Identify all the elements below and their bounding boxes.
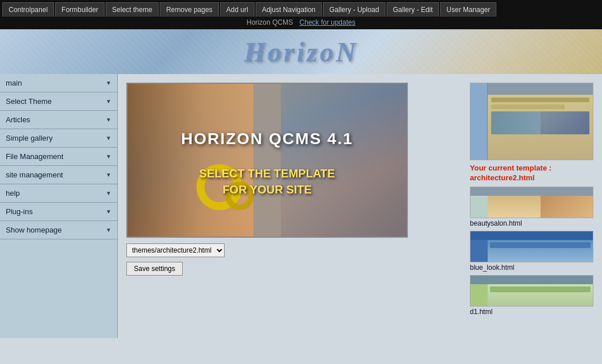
nav-adjust-navigation[interactable]: Adjust Navigation xyxy=(256,2,322,17)
preview-content-area xyxy=(488,83,593,160)
nav-gallery-upload[interactable]: Gallery - Upload xyxy=(323,2,385,17)
preview-inner: HORIZON QCMS 4.1 SELECT THE TEMPLATEFOR … xyxy=(128,84,407,237)
nav-controlpanel[interactable]: Controlpanel xyxy=(2,2,54,17)
preview-header xyxy=(488,83,593,95)
chevron-down-icon: ▼ xyxy=(106,190,111,196)
sidebar-item-articles[interactable]: Articles ▼ xyxy=(0,111,117,129)
theme-thumb-d1[interactable] xyxy=(470,275,593,307)
sidebar-item-label: File Management xyxy=(6,152,63,161)
save-settings-button[interactable]: Save settings xyxy=(126,262,183,276)
cms-title: Horizon QCMS xyxy=(246,18,293,26)
sub-bar: Horizon QCMS Check for updates xyxy=(0,17,602,29)
sidebar-item-file-management[interactable]: File Management ▼ xyxy=(0,148,117,166)
sidebar-item-site-management[interactable]: site management ▼ xyxy=(0,166,117,184)
content-area: HORIZON QCMS 4.1 SELECT THE TEMPLATEFOR … xyxy=(118,74,602,338)
chevron-down-icon: ▼ xyxy=(106,98,111,104)
nav-remove-pages[interactable]: Remove pages xyxy=(160,2,219,17)
nav-select-theme[interactable]: Select theme xyxy=(106,2,159,17)
sidebar-item-plugins[interactable]: Plug-ins ▼ xyxy=(0,203,117,221)
chevron-down-icon: ▼ xyxy=(106,80,111,86)
preview-text1: HORIZON QCMS 4.1 xyxy=(128,130,407,148)
preview-sidebar xyxy=(470,83,488,160)
check-updates-link[interactable]: Check for updates xyxy=(299,18,355,26)
sidebar-item-simple-gallery[interactable]: Simple gallery ▼ xyxy=(0,129,117,148)
sidebar: main ▼ Select Theme ▼ Articles ▼ Simple … xyxy=(0,74,118,338)
sidebar-item-help[interactable]: help ▼ xyxy=(0,184,117,203)
sidebar-item-main[interactable]: main ▼ xyxy=(0,74,117,92)
chevron-down-icon: ▼ xyxy=(106,117,111,123)
banner: HorizoN xyxy=(0,29,602,74)
right-panel: Your current template : architecture2.ht… xyxy=(470,83,593,330)
nav-user-manager[interactable]: User Manager xyxy=(440,2,496,17)
theme-thumb-bluelook[interactable] xyxy=(470,231,593,262)
chevron-down-icon: ▼ xyxy=(106,208,111,215)
top-navigation: Controlpanel Formbuilder Select theme Re… xyxy=(0,0,602,17)
sidebar-item-label: Plug-ins xyxy=(6,207,33,216)
sidebar-item-label: Select Theme xyxy=(6,97,52,106)
theme-name-bluelook: blue_look.html xyxy=(470,264,593,272)
current-template-preview xyxy=(470,83,593,160)
sidebar-item-select-theme[interactable]: Select Theme ▼ xyxy=(0,92,117,111)
theme-name-beautysalon: beautysalon.html xyxy=(470,219,593,227)
preview-text2: SELECT THE TEMPLATEFOR YOUR SITE xyxy=(128,165,407,198)
sidebar-item-show-homepage[interactable]: Show homepage ▼ xyxy=(0,221,117,239)
nav-gallery-edit[interactable]: Gallery - Edit xyxy=(387,2,439,17)
theme-preview: HORIZON QCMS 4.1 SELECT THE TEMPLATEFOR … xyxy=(126,83,408,238)
sidebar-item-label: Show homepage xyxy=(6,226,62,234)
chevron-down-icon: ▼ xyxy=(106,227,111,233)
current-template-label: Your current template : architecture2.ht… xyxy=(470,164,593,183)
theme-name-d1: d1.html xyxy=(470,308,593,316)
theme-select-row: themes/architecture2.html themes/beautys… xyxy=(126,243,461,257)
chevron-down-icon: ▼ xyxy=(106,172,111,178)
sidebar-item-label: Simple gallery xyxy=(6,134,53,142)
thumbnail-image xyxy=(470,231,593,262)
thumbnail-image xyxy=(470,276,593,306)
thumbnail-image xyxy=(470,187,593,218)
chevron-down-icon: ▼ xyxy=(106,135,111,141)
sidebar-item-label: site management xyxy=(6,171,63,179)
sidebar-item-label: help xyxy=(6,189,20,198)
theme-select-dropdown[interactable]: themes/architecture2.html themes/beautys… xyxy=(126,243,225,257)
center-panel: HORIZON QCMS 4.1 SELECT THE TEMPLATEFOR … xyxy=(126,83,461,330)
sidebar-item-label: main xyxy=(6,79,22,87)
main-layout: main ▼ Select Theme ▼ Articles ▼ Simple … xyxy=(0,74,602,338)
chevron-down-icon: ▼ xyxy=(106,153,111,160)
nav-add-url[interactable]: Add url xyxy=(220,2,254,17)
nav-formbuilder[interactable]: Formbuilder xyxy=(55,2,105,17)
theme-thumb-beautysalon[interactable] xyxy=(470,187,593,218)
sidebar-item-label: Articles xyxy=(6,115,30,124)
